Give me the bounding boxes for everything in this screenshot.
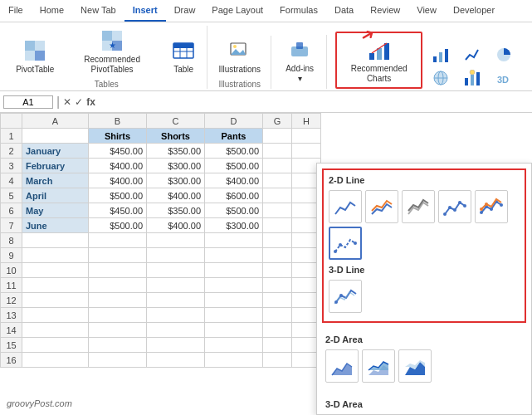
- tab-developer[interactable]: Developer: [445, 0, 503, 22]
- cell-b5[interactable]: $500.00: [89, 188, 147, 203]
- cell-d2[interactable]: $500.00: [205, 144, 263, 159]
- 3d-line-chart-1[interactable]: [329, 280, 362, 313]
- cell-c5[interactable]: $400.00: [147, 188, 205, 203]
- col-header-a[interactable]: A: [22, 114, 89, 129]
- tab-new-tab[interactable]: New Tab: [72, 0, 124, 22]
- cell-b6[interactable]: $450.00: [89, 203, 147, 218]
- cell-d5[interactable]: $600.00: [205, 188, 263, 203]
- main-area: A B C D G H 1 Shirts: [0, 113, 532, 415]
- line-chart-5[interactable]: [475, 190, 508, 223]
- cell-g2[interactable]: [263, 144, 292, 159]
- svg-point-43: [500, 203, 503, 207]
- tab-page-layout[interactable]: Page Layout: [203, 0, 271, 22]
- pivot-chart-button[interactable]: [457, 67, 487, 89]
- cell-b7[interactable]: $500.00: [89, 218, 147, 233]
- illustrations-group-items: Illustrations: [216, 36, 265, 76]
- pie-chart-button[interactable]: [489, 44, 519, 66]
- 2d-line-charts-row1: [329, 190, 520, 223]
- tab-insert[interactable]: Insert: [124, 0, 166, 22]
- cell-c4[interactable]: $300.00: [147, 173, 205, 188]
- svg-point-38: [463, 204, 466, 208]
- cell-b3[interactable]: $400.00: [89, 159, 147, 173]
- cell-g7[interactable]: [263, 218, 292, 233]
- cell-h2[interactable]: [292, 144, 321, 159]
- line-chart-1[interactable]: [329, 190, 362, 223]
- cell-c3[interactable]: $300.00: [147, 159, 205, 173]
- tab-file[interactable]: File: [0, 0, 32, 22]
- tab-home[interactable]: Home: [32, 0, 72, 22]
- svg-rect-4: [102, 31, 112, 41]
- cell-c2[interactable]: $350.00: [147, 144, 205, 159]
- table-row: 3 February $400.00 $300.00 $500.00: [1, 159, 321, 173]
- 3d-map-button[interactable]: 3D: [489, 67, 519, 89]
- excel-window: File Home New Tab Insert Draw Page Layou…: [0, 0, 532, 415]
- cell-a1[interactable]: [22, 129, 89, 144]
- formula-bar: | ✕ ✓ fx: [0, 91, 532, 113]
- add-ins-label: Add-ins ▾: [283, 64, 316, 84]
- col-header-h[interactable]: H: [292, 114, 321, 129]
- cell-g4[interactable]: [263, 173, 292, 188]
- maps-button[interactable]: [426, 67, 456, 89]
- line-chart-4[interactable]: [438, 190, 471, 223]
- col-header-b[interactable]: B: [89, 114, 147, 129]
- cell-reference-input[interactable]: [3, 95, 53, 109]
- spreadsheet-grid: A B C D G H 1 Shirts: [0, 113, 321, 368]
- cell-d7[interactable]: $300.00: [205, 218, 263, 233]
- confirm-formula-icon[interactable]: ✓: [75, 96, 83, 108]
- formula-input[interactable]: [99, 97, 529, 107]
- pivot-table-button[interactable]: PivotTable: [13, 36, 56, 76]
- area-chart-3[interactable]: [398, 349, 432, 383]
- cell-b2[interactable]: $450.00: [89, 144, 147, 159]
- tab-draw[interactable]: Draw: [166, 0, 204, 22]
- cell-a5[interactable]: April: [22, 188, 89, 203]
- cell-g6[interactable]: [263, 203, 292, 218]
- recommended-pivottables-button[interactable]: ★ Recommended PivotTables: [60, 26, 164, 76]
- area-chart-2[interactable]: [362, 349, 395, 383]
- tab-data[interactable]: Data: [326, 0, 362, 22]
- col-header-g[interactable]: G: [263, 114, 292, 129]
- add-ins-button[interactable]: Add-ins ▾: [280, 35, 320, 85]
- row-num-4: 4: [1, 173, 22, 188]
- cell-d4[interactable]: $400.00: [205, 173, 263, 188]
- line-chart-button[interactable]: [457, 44, 487, 66]
- illustrations-button[interactable]: Illustrations: [216, 36, 265, 76]
- line-chart-6[interactable]: [329, 227, 362, 260]
- svg-rect-18: [296, 42, 303, 49]
- col-header-c[interactable]: C: [147, 114, 205, 129]
- cell-g1[interactable]: [263, 129, 292, 144]
- cell-a7[interactable]: June: [22, 218, 89, 233]
- table-button[interactable]: Table: [168, 36, 200, 76]
- cancel-formula-icon[interactable]: ✕: [63, 96, 71, 108]
- cell-h1[interactable]: [292, 129, 321, 144]
- tab-review[interactable]: Review: [362, 0, 408, 22]
- area-chart-1[interactable]: [325, 349, 359, 383]
- line-chart-3[interactable]: [402, 190, 435, 223]
- tab-formulas[interactable]: Formulas: [271, 0, 326, 22]
- table-row: 7 June $500.00 $400.00 $300.00: [1, 218, 321, 233]
- cell-g5[interactable]: [263, 188, 292, 203]
- cell-b1[interactable]: Shirts: [89, 129, 147, 144]
- cell-d6[interactable]: $500.00: [205, 203, 263, 218]
- ribbon-group-illustrations: Illustrations Illustrations: [209, 36, 272, 89]
- cell-a6[interactable]: May: [22, 203, 89, 218]
- cell-a2[interactable]: January: [22, 144, 89, 159]
- recommended-charts-button[interactable]: Recommended Charts: [335, 32, 422, 89]
- cell-a4[interactable]: March: [22, 173, 89, 188]
- tab-view[interactable]: View: [408, 0, 445, 22]
- cell-d3[interactable]: $500.00: [205, 159, 263, 173]
- bar-chart-button[interactable]: [426, 44, 456, 66]
- cell-c7[interactable]: $400.00: [147, 218, 205, 233]
- cell-c6[interactable]: $350.00: [147, 203, 205, 218]
- col-header-d[interactable]: D: [205, 114, 263, 129]
- cell-c1[interactable]: Shorts: [147, 129, 205, 144]
- table-row: 16: [1, 353, 321, 368]
- cell-g3[interactable]: [263, 159, 292, 173]
- cell-b4[interactable]: $400.00: [89, 173, 147, 188]
- svg-point-45: [485, 203, 488, 206]
- cell-a3[interactable]: February: [22, 159, 89, 173]
- insert-function-icon[interactable]: fx: [86, 96, 95, 108]
- cell-d1[interactable]: Pants: [205, 129, 263, 144]
- line-chart-2[interactable]: [365, 190, 398, 223]
- spreadsheet: A B C D G H 1 Shirts: [0, 113, 324, 368]
- ribbon-group-charts: Recommended Charts: [329, 32, 525, 89]
